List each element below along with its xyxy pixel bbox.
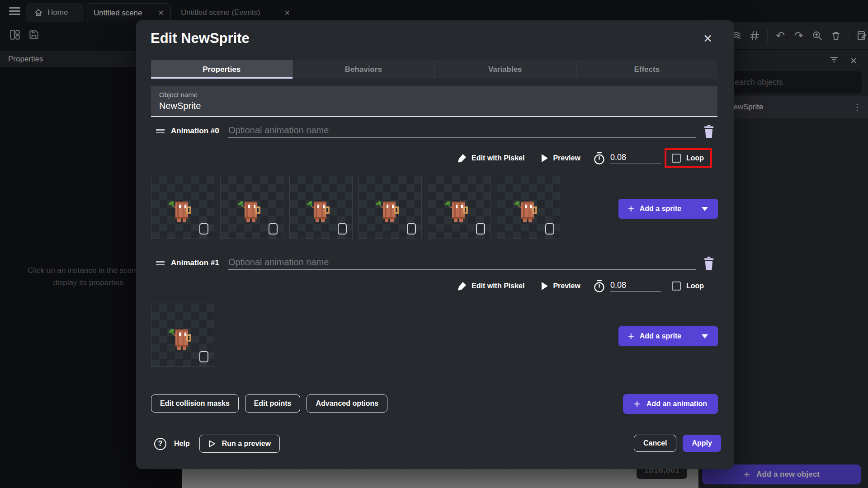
dialog-actions: Cancel Apply [634,435,721,452]
frame-checkbox[interactable] [407,223,416,235]
help-icon[interactable]: ? [154,438,166,450]
loop-label: Loop [686,282,704,290]
dialog-title: Edit NewSprite [151,30,250,47]
animation-0-tools: Edit with Piskel Preview Loop [136,148,712,169]
dialog-help-row: ? Help Run a preview [154,434,280,454]
play-outline-icon [208,440,216,447]
tab-behaviors[interactable]: Behaviors [292,60,434,79]
edit-collision-masks-button[interactable]: Edit collision masks [151,394,239,413]
edit-with-piskel-button[interactable]: Edit with Piskel [472,154,524,162]
delete-animation-icon[interactable] [703,255,715,271]
pixel-sprite [306,194,332,224]
edit-points-button[interactable]: Edit points [245,394,301,413]
animation-0-header: Animation #0 [151,123,719,140]
object-name-label: Object name [159,91,198,99]
edit-sprite-dialog: Edit NewSprite ✕ Properties Behaviors Va… [136,20,734,469]
sprite-frame[interactable] [359,176,422,239]
plus-icon: + [634,399,640,409]
preview-button[interactable]: Preview [553,282,580,290]
animation-1-header: Animation #1 [151,255,719,272]
add-animation-button[interactable]: + Add an animation [623,394,718,414]
timer-icon [593,280,605,293]
brush-icon [457,153,467,164]
sprite-frame[interactable] [151,176,214,239]
add-sprite-label: Add a sprite [640,332,681,340]
time-between-frames-input[interactable] [610,281,661,292]
pixel-sprite [444,194,471,224]
preview-button[interactable]: Preview [553,154,580,162]
sprite-frame[interactable] [497,176,560,239]
frame-checkbox[interactable] [476,223,485,235]
close-dialog-icon[interactable]: ✕ [703,32,712,45]
cancel-button[interactable]: Cancel [634,435,676,452]
pixel-sprite [168,194,194,224]
add-sprite-button[interactable]: + Add a sprite [618,326,718,346]
animation-name-input[interactable] [228,255,696,270]
time-between-frames-input[interactable] [610,153,661,164]
pixel-sprite [168,322,194,352]
run-preview-button[interactable]: Run a preview [199,435,280,453]
frame-checkbox[interactable] [545,223,554,235]
run-preview-label: Run a preview [222,440,271,448]
delete-animation-icon[interactable] [703,123,715,139]
loop-option: Loop [665,276,712,296]
chevron-down-icon[interactable] [691,326,718,346]
chevron-down-icon[interactable] [691,199,718,219]
play-icon [541,154,548,163]
animation-1-tools: Edit with Piskel Preview Loop [136,276,712,296]
brush-icon [457,281,467,291]
drag-handle-icon[interactable] [156,261,165,267]
loop-label: Loop [686,154,704,162]
apply-button[interactable]: Apply [683,435,721,452]
loop-checkbox[interactable] [672,282,681,291]
animation-label: Animation #1 [171,258,219,267]
sprite-frame[interactable] [428,176,491,239]
sprite-frame[interactable] [220,176,283,239]
pixel-sprite [514,194,540,224]
frame-checkbox[interactable] [269,223,278,235]
play-icon [541,282,548,291]
drag-handle-icon[interactable] [156,129,165,135]
dialog-footer-buttons: Edit collision masks Edit points Advance… [151,394,387,413]
sprite-frame[interactable] [151,304,214,367]
plus-icon: + [628,203,634,214]
loop-checkbox[interactable] [672,154,681,163]
object-name-value[interactable]: NewSprite [159,101,201,111]
tab-properties[interactable]: Properties [151,60,292,79]
sprite-frame[interactable] [289,176,353,239]
dialog-tabs: Properties Behaviors Variables Effects [151,60,717,79]
advanced-options-button[interactable]: Advanced options [307,394,387,413]
add-sprite-button[interactable]: + Add a sprite [618,199,718,219]
add-sprite-label: Add a sprite [640,205,681,213]
plus-icon: + [628,331,634,342]
loop-highlight-box: Loop [665,148,712,168]
frame-checkbox[interactable] [199,223,208,235]
tab-variables[interactable]: Variables [434,60,576,79]
pixel-sprite [375,194,401,224]
pixel-sprite [237,194,263,224]
object-name-field[interactable]: Object name NewSprite [151,86,717,117]
help-label[interactable]: Help [174,440,190,448]
add-animation-label: Add an animation [646,400,707,408]
frame-checkbox[interactable] [338,223,347,235]
animation-name-input[interactable] [228,123,696,138]
tab-effects[interactable]: Effects [576,60,718,79]
edit-with-piskel-button[interactable]: Edit with Piskel [472,282,524,290]
animation-label: Animation #0 [171,127,219,136]
timer-icon [593,152,605,165]
frame-checkbox[interactable] [199,351,208,362]
